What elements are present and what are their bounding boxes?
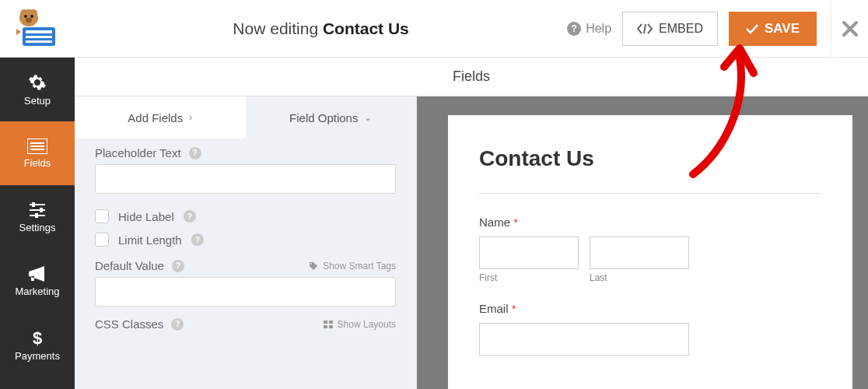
help-icon[interactable]: ? — [184, 210, 196, 223]
form-preview-card[interactable]: Contact Us Name * First — [448, 115, 852, 389]
options-body: Placeholder Text ? Hide Label ? Lim — [75, 138, 416, 389]
svg-rect-23 — [329, 321, 333, 324]
content-area: Fields Add Fields › Field Options ⌄ — [75, 58, 868, 389]
preview-name-label: Name — [479, 216, 510, 229]
embed-label: EMBED — [659, 22, 703, 36]
show-smart-tags-label: Show Smart Tags — [323, 261, 396, 272]
default-value-group: Default Value ? Show Smart Tags — [95, 259, 396, 307]
columns: Add Fields › Field Options ⌄ Placeholder… — [75, 96, 868, 389]
placeholder-text-group: Placeholder Text ? — [95, 146, 396, 194]
sidebar-item-label: Fields — [24, 157, 51, 169]
tab-label: Add Fields — [128, 111, 183, 124]
save-button[interactable]: SAVE — [729, 12, 817, 46]
limit-length-checkbox[interactable] — [95, 233, 109, 247]
sidebar-item-marketing[interactable]: Marketing — [0, 249, 75, 313]
sidebar-item-label: Payments — [15, 350, 60, 362]
sidebar-item-fields[interactable]: Fields — [0, 121, 75, 185]
svg-rect-22 — [324, 321, 327, 324]
form-name: Contact Us — [323, 19, 409, 37]
sidebar: Setup Fields Settings Marketing — [0, 58, 75, 389]
form-preview-area: Contact Us Name * First — [417, 96, 868, 389]
chevron-down-icon: ⌄ — [364, 112, 372, 123]
help-label: Help — [586, 22, 611, 36]
sidebar-item-label: Settings — [19, 222, 56, 233]
hide-label-row: Hide Label ? — [95, 205, 396, 228]
placeholder-text-label: Placeholder Text — [95, 146, 181, 159]
svg-rect-9 — [26, 40, 52, 43]
show-smart-tags-link[interactable]: Show Smart Tags — [309, 261, 396, 272]
chevron-right-icon: › — [189, 112, 192, 123]
close-icon — [842, 20, 859, 37]
preview-last-sublabel: Last — [590, 272, 689, 283]
required-asterisk: * — [509, 302, 516, 315]
show-layouts-label: Show Layouts — [338, 319, 396, 330]
css-classes-label: CSS Classes — [95, 317, 163, 331]
svg-rect-7 — [26, 30, 52, 33]
tag-icon — [309, 261, 318, 271]
top-bar: Now editing Contact Us ? Help EMBED SAVE — [0, 0, 868, 58]
panel-tabs: Add Fields › Field Options ⌄ — [75, 96, 416, 138]
help-icon: ? — [567, 22, 581, 36]
editing-prefix: Now editing — [233, 19, 323, 37]
page-title: Now editing Contact Us — [75, 19, 567, 38]
grid-icon — [324, 321, 333, 328]
preview-name-field[interactable]: Name * First Last — [479, 216, 821, 283]
section-header: Fields — [75, 58, 868, 96]
tab-add-fields[interactable]: Add Fields › — [75, 96, 246, 138]
svg-rect-17 — [40, 208, 43, 212]
default-value-input[interactable] — [95, 277, 396, 307]
svg-point-21 — [310, 263, 312, 265]
tab-label: Field Options — [289, 111, 358, 124]
hide-label-label: Hide Label — [118, 210, 174, 223]
sliders-icon — [28, 202, 47, 219]
sidebar-item-payments[interactable]: $ Payments — [0, 313, 75, 377]
help-icon[interactable]: ? — [191, 233, 204, 246]
svg-rect-19 — [35, 213, 38, 218]
limit-length-row: Limit Length ? — [95, 228, 396, 251]
preview-last-name-input[interactable] — [590, 237, 689, 269]
svg-rect-15 — [32, 202, 35, 207]
preview-email-label: Email — [479, 302, 509, 315]
help-icon[interactable]: ? — [189, 147, 201, 159]
check-icon — [746, 23, 758, 34]
divider — [479, 193, 821, 194]
hide-label-checkbox[interactable] — [95, 209, 109, 223]
close-button[interactable] — [831, 0, 868, 58]
svg-rect-25 — [329, 325, 333, 328]
svg-point-5 — [26, 18, 32, 23]
tab-field-options[interactable]: Field Options ⌄ — [246, 96, 417, 138]
preview-first-name-input[interactable] — [479, 237, 579, 269]
svg-rect-8 — [26, 36, 52, 38]
required-asterisk: * — [510, 216, 518, 229]
sidebar-item-label: Setup — [24, 95, 51, 107]
app-logo — [0, 0, 75, 58]
code-icon — [637, 23, 653, 34]
sidebar-item-settings[interactable]: Settings — [0, 185, 75, 249]
gear-icon — [28, 73, 47, 92]
field-options-panel: Add Fields › Field Options ⌄ Placeholder… — [75, 96, 417, 389]
help-link[interactable]: ? Help — [567, 22, 611, 36]
svg-text:$: $ — [33, 328, 42, 347]
preview-email-field[interactable]: Email * — [479, 302, 821, 356]
css-classes-group: CSS Classes ? Show Layouts — [95, 317, 396, 331]
svg-point-3 — [24, 15, 27, 18]
preview-form-title: Contact Us — [479, 146, 821, 171]
svg-point-4 — [30, 15, 33, 18]
preview-email-input[interactable] — [479, 323, 689, 356]
placeholder-text-input[interactable] — [95, 164, 396, 194]
list-icon — [27, 138, 47, 154]
help-icon[interactable]: ? — [172, 260, 184, 272]
sidebar-item-label: Marketing — [15, 286, 59, 297]
default-value-label: Default Value — [95, 259, 164, 272]
top-actions: ? Help EMBED SAVE — [567, 12, 831, 46]
svg-rect-24 — [324, 325, 327, 328]
embed-button[interactable]: EMBED — [622, 12, 718, 46]
save-label: SAVE — [765, 21, 800, 37]
help-icon[interactable]: ? — [171, 318, 184, 331]
dollar-icon: $ — [31, 328, 44, 347]
preview-first-sublabel: First — [479, 272, 579, 283]
main-area: Setup Fields Settings Marketing — [0, 58, 868, 389]
sidebar-item-setup[interactable]: Setup — [0, 58, 75, 121]
section-title: Fields — [453, 68, 490, 85]
show-layouts-link[interactable]: Show Layouts — [324, 319, 396, 330]
